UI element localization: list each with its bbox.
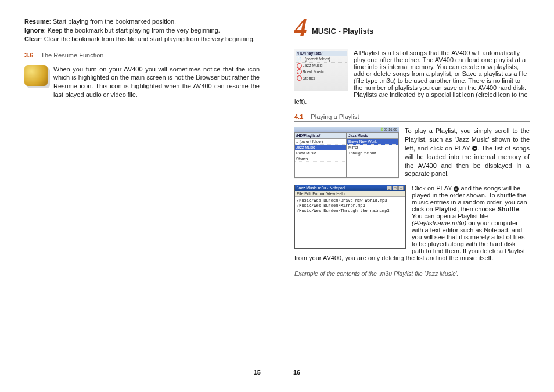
notepad-figure: Jazz Music.m3u - Notepad _□× File Edit F…: [294, 185, 406, 249]
intro-block: /HD/Playlists/ .. (parent folder) Jazz M…: [294, 49, 530, 105]
def-resume: Resume: Start playing from the bookmarke…: [24, 17, 260, 44]
left-page: Resume: Start playing from the bookmarke…: [12, 17, 277, 380]
shuffle-block: Jazz Music.m3u - Notepad _□× File Edit F…: [294, 185, 530, 261]
section-4-1-head: 4.1 Playing a Playlist: [294, 113, 530, 122]
window-buttons: _□×: [386, 186, 404, 190]
page-number-16: 16: [293, 369, 300, 376]
play-text: To play a Playlist, you simply scroll to…: [405, 127, 530, 178]
resume-label: Resume: [24, 18, 49, 25]
section-3-6-head: 3.6 The Resume Function: [24, 52, 260, 60]
ignore-label: Ignore: [24, 27, 44, 34]
browser-figure: 🔋20 16:00 /HD/Playlists/ .. (parent fold…: [294, 127, 399, 179]
play-icon: [454, 186, 459, 192]
clear-label: Clear: [24, 35, 41, 42]
resume-body: When you turn on your AV400 you will som…: [53, 65, 260, 99]
resume-row: When you turn on your AV400 you will som…: [24, 65, 260, 99]
film-reel-icon: [24, 65, 48, 86]
chapter-4-head: 4 MUSIC - Playlists: [294, 17, 530, 38]
play-row: 🔋20 16:00 /HD/Playlists/ .. (parent fold…: [294, 127, 530, 179]
playlist-panel-figure: /HD/Playlists/ .. (parent folder) Jazz M…: [294, 49, 348, 91]
caption: Example of the contents of the .m3u Play…: [294, 269, 530, 278]
page-number-15: 15: [254, 369, 261, 376]
right-page: 4 MUSIC - Playlists /HD/Playlists/ .. (p…: [277, 17, 542, 380]
